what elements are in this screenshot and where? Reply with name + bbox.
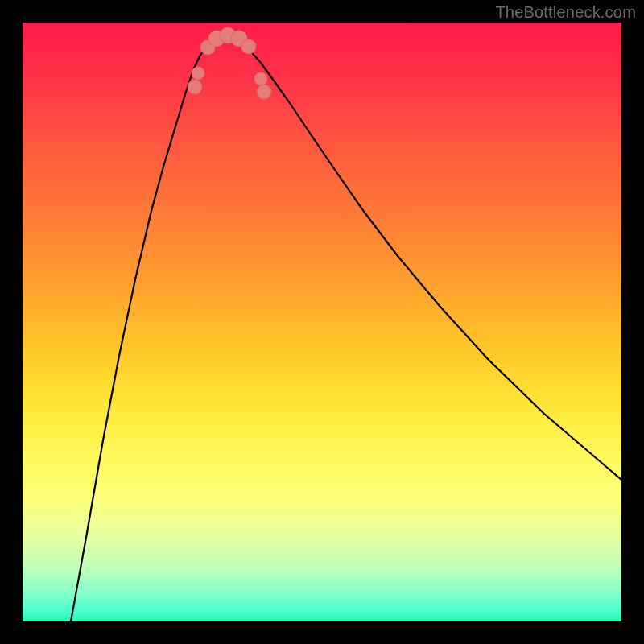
frame: TheBottleneck.com	[0, 0, 644, 644]
trough-marker	[192, 67, 204, 80]
trough-marker	[242, 39, 256, 54]
trough-marker	[254, 72, 267, 85]
bottleneck-curve	[23, 23, 621, 621]
curve-left	[71, 35, 225, 621]
trough-markers	[188, 27, 271, 99]
curve-right	[225, 35, 621, 480]
watermark-text: TheBottleneck.com	[495, 3, 636, 22]
trough-marker	[188, 80, 202, 94]
trough-marker	[257, 85, 271, 99]
plot-area	[23, 23, 621, 621]
